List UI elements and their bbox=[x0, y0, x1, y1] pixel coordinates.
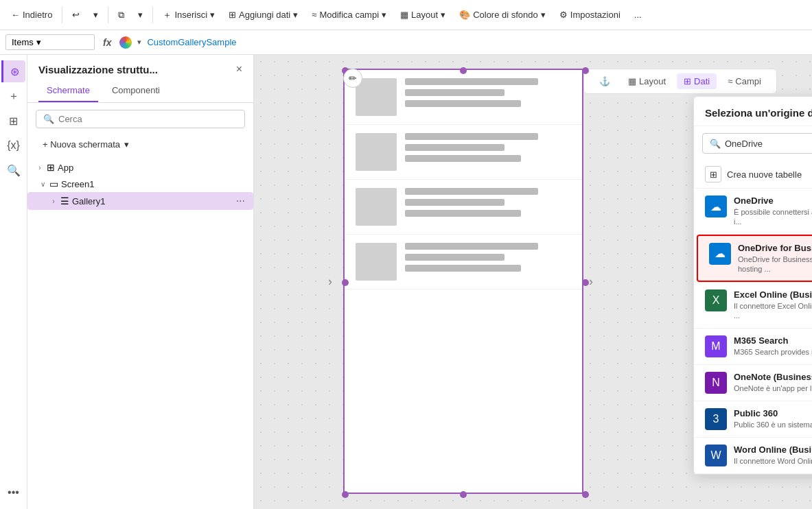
chevron-right-icon: › bbox=[36, 164, 44, 171]
gallery-thumbnail bbox=[356, 78, 397, 116]
gallery-left-arrow[interactable]: › bbox=[328, 274, 332, 289]
dsp-name-m365: M365 Search bbox=[734, 335, 812, 346]
back-button[interactable]: ← Indietro bbox=[5, 7, 58, 23]
dsp-item-public360[interactable]: 3 Public 360 Public 360 è un sistema ECM… bbox=[694, 401, 812, 437]
dsp-text-m365: M365 Search M365 Search provides intelli… bbox=[734, 335, 812, 357]
gallery-text-line-3 bbox=[405, 210, 521, 217]
dsp-desc-onenote: OneNote è un'app per la gestione di appu… bbox=[734, 383, 812, 393]
mini-data-button[interactable]: ⊞ Dati bbox=[677, 73, 717, 89]
gallery-more-button[interactable]: ··· bbox=[236, 195, 245, 207]
dsp-items-container: ☁ OneDrive È possibile connettersi a One… bbox=[694, 189, 812, 474]
dsp-item-m365[interactable]: M M365 Search M365 Search provides intel… bbox=[694, 329, 812, 364]
dsp-item-onenote[interactable]: N OneNote (Business) OneNote è un'app pe… bbox=[694, 365, 812, 401]
mini-layout-button[interactable]: ▦ Layout bbox=[621, 73, 673, 89]
add-icon-btn[interactable]: ＋ bbox=[3, 85, 25, 107]
dsp-text-excel: Excel Online (Business) Il connettore Ex… bbox=[734, 289, 812, 321]
dsp-name-excel: Excel Online (Business) bbox=[734, 289, 812, 300]
dsp-text-onenote: OneNote (Business) OneNote è un'app per … bbox=[734, 372, 812, 393]
tree-gallery1-label: Gallery1 bbox=[72, 196, 233, 206]
more-label: ... bbox=[634, 10, 642, 20]
handle-top-right[interactable] bbox=[582, 67, 589, 74]
formula-fx-label: fx bbox=[103, 37, 111, 48]
tree-item-gallery1[interactable]: › ☰ Gallery1 ··· bbox=[27, 192, 253, 210]
canvas-area: ⚓ ▦ Layout ⊞ Dati ≈ Campi bbox=[254, 55, 812, 509]
mini-data-icon: ⊞ bbox=[684, 76, 691, 86]
handle-bottom-right[interactable] bbox=[582, 491, 589, 498]
copy-dropdown-button[interactable]: ▾ bbox=[132, 7, 148, 23]
dsp-search-input[interactable] bbox=[725, 139, 812, 149]
layout-button[interactable]: ▦ Layout ▾ bbox=[395, 7, 451, 23]
dsp-name-word: Word Online (Business) bbox=[734, 445, 812, 455]
tree-view-icon-btn[interactable]: ⊛ bbox=[1, 60, 25, 82]
handle-top-center[interactable] bbox=[460, 67, 467, 74]
separator-3 bbox=[152, 7, 153, 23]
new-screen-button[interactable]: + Nuova schermata ▾ bbox=[36, 135, 245, 154]
dsp-item-onedrive[interactable]: ☁ OneDrive È possibile connettersi a One… bbox=[694, 189, 812, 234]
more-button[interactable]: ... bbox=[629, 7, 647, 23]
handle-mid-left[interactable] bbox=[342, 279, 349, 286]
dsp-desc-word: Il connettore Word Online (Business) con… bbox=[734, 456, 812, 466]
dsp-title: Seleziona un'origine dati bbox=[705, 107, 812, 119]
gallery-frame bbox=[343, 69, 583, 494]
dsp-item-word[interactable]: W Word Online (Business) Il connettore W… bbox=[694, 438, 812, 473]
panel-tabs: Schermate Componenti bbox=[27, 81, 253, 103]
tab-screens[interactable]: Schermate bbox=[38, 81, 98, 102]
modify-fields-button[interactable]: ≈ Modifica campi ▾ bbox=[306, 7, 392, 23]
formula-dropdown[interactable]: Items ▾ bbox=[5, 34, 95, 50]
chevron-down-icon-2: ▾ bbox=[138, 10, 143, 20]
gallery-edit-icon[interactable]: ✏ bbox=[343, 69, 362, 88]
handle-bottom-center[interactable] bbox=[460, 491, 467, 498]
more-icon-btn[interactable]: ••• bbox=[3, 482, 25, 504]
separator-2 bbox=[108, 7, 108, 23]
tree-item-app[interactable]: › ⊞ App bbox=[27, 159, 253, 176]
dsp-text-onedrive-biz: OneDrive for Business OneDrive for Busin… bbox=[738, 243, 812, 274]
gallery-thumbnail bbox=[356, 188, 397, 226]
gallery-right-arrow[interactable]: › bbox=[589, 274, 593, 289]
layout-chevron-icon: ▾ bbox=[441, 10, 445, 20]
gallery-text-block bbox=[405, 78, 571, 111]
panel-header: Visualizzazione struttu... × bbox=[27, 55, 253, 81]
gallery-thumbnail bbox=[356, 243, 397, 281]
panel-close-button[interactable]: × bbox=[236, 63, 242, 75]
dsp-create-tables-row[interactable]: ⊞ Crea nuove tabelle bbox=[694, 161, 812, 188]
gallery-text-line-2 bbox=[405, 199, 504, 206]
settings-button[interactable]: ⚙ Impostazioni bbox=[554, 7, 626, 23]
dsp-item-onedrive-biz[interactable]: ☁ OneDrive for Business OneDrive for Bus… bbox=[697, 235, 812, 283]
search-icon-btn[interactable]: 🔍 bbox=[3, 159, 25, 181]
add-data-button[interactable]: ⊞ Aggiungi dati ▾ bbox=[223, 7, 303, 23]
dsp-item-excel[interactable]: X Excel Online (Business) Il connettore … bbox=[694, 283, 812, 328]
tab-components[interactable]: Componenti bbox=[104, 81, 168, 102]
dsp-name-onedrive: OneDrive bbox=[734, 196, 812, 206]
handle-bottom-left[interactable] bbox=[342, 491, 349, 498]
mini-fields-icon: ≈ bbox=[728, 76, 732, 86]
copy-button[interactable]: ⧉ bbox=[113, 7, 130, 23]
mini-fields-button[interactable]: ≈ Campi bbox=[721, 73, 768, 89]
bg-color-button[interactable]: 🎨 Colore di sfondo ▾ bbox=[454, 7, 551, 23]
bg-color-icon: 🎨 bbox=[459, 10, 470, 20]
gallery-item bbox=[345, 70, 582, 125]
undo-dropdown-button[interactable]: ▾ bbox=[88, 7, 104, 23]
formula-value[interactable]: CustomGallerySample bbox=[147, 37, 807, 47]
mini-layout-label: Layout bbox=[639, 76, 666, 86]
dsp-icon-onedrive: ☁ bbox=[705, 196, 727, 217]
new-screen-chevron-icon: ▾ bbox=[124, 139, 129, 150]
mini-toolbar: ⚓ ▦ Layout ⊞ Dati ≈ Campi bbox=[583, 69, 777, 94]
app-icon: ⊞ bbox=[47, 162, 55, 173]
insert-button[interactable]: ＋ Inserisci ▾ bbox=[157, 6, 220, 24]
new-screen-label: + Nuova schermata bbox=[43, 139, 120, 150]
undo-button[interactable]: ↩ bbox=[67, 7, 85, 23]
mini-anchor-button[interactable]: ⚓ bbox=[592, 73, 617, 89]
insert-label: Inserisci bbox=[174, 10, 207, 20]
main-toolbar: ← Indietro ↩ ▾ ⧉ ▾ ＋ Inserisci ▾ ⊞ Aggiu… bbox=[0, 0, 812, 30]
tree-item-screen1[interactable]: ∨ ▭ Screen1 bbox=[27, 176, 253, 192]
grid-icon-btn[interactable]: ⊞ bbox=[3, 110, 25, 132]
search-input[interactable] bbox=[58, 114, 237, 124]
handle-mid-right[interactable] bbox=[582, 279, 589, 286]
color-picker-icon[interactable] bbox=[119, 36, 132, 49]
dsp-search-icon: 🔍 bbox=[710, 139, 721, 149]
chevron-right-icon-2: › bbox=[49, 198, 58, 205]
panel-search-container: 🔍 bbox=[36, 110, 245, 128]
variables-icon-btn[interactable]: {x} bbox=[3, 134, 25, 156]
create-tables-label: Crea nuove tabelle bbox=[727, 169, 802, 180]
gallery-text-block bbox=[405, 133, 571, 166]
